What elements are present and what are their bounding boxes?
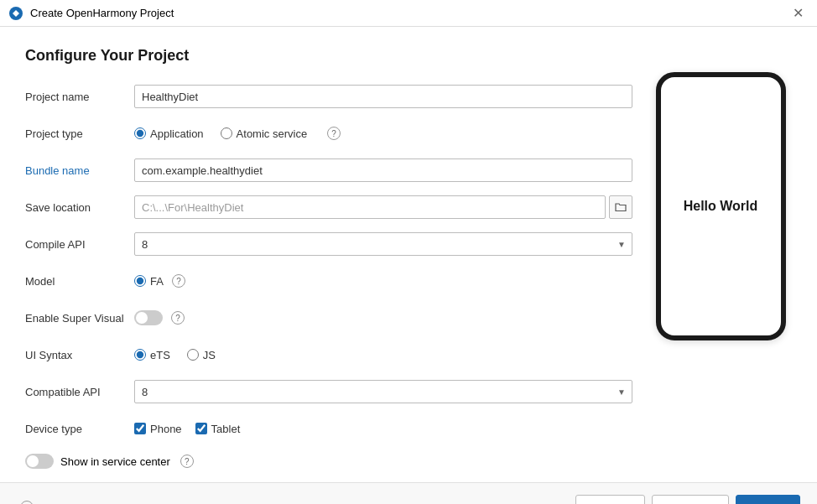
project-type-label: Project type — [25, 127, 134, 140]
dialog-body: Configure Your Project Project name Proj… — [0, 27, 817, 504]
dialog-content: Configure Your Project Project name Proj… — [0, 27, 817, 482]
ets-radio-label[interactable]: eTS — [150, 349, 170, 361]
model-help-icon[interactable]: ? — [172, 274, 185, 288]
application-radio-item[interactable]: Application — [134, 127, 204, 140]
dialog-footer: ? Cancel Previous Finish — [0, 482, 817, 504]
title-bar-left: Create OpenHarmony Project — [8, 6, 174, 21]
close-button[interactable]: ✕ — [788, 5, 809, 22]
model-items: FA ? — [134, 274, 632, 288]
save-location-row: Save location — [25, 195, 632, 219]
phone-screen-text: Hello World — [684, 199, 758, 214]
compatible-api-label: Compatible API — [25, 386, 134, 398]
device-type-row: Device type Phone Tablet — [25, 417, 632, 440]
compile-api-row: Compile API 8 9 7 ▼ — [25, 232, 632, 256]
folder-icon — [615, 202, 627, 212]
tablet-checkbox[interactable] — [195, 423, 207, 434]
ui-syntax-radio-group: eTS JS — [134, 349, 632, 361]
phone-checkbox-item[interactable]: Phone — [134, 423, 182, 435]
enable-super-visual-control: ? — [134, 310, 632, 325]
app-logo-icon — [8, 6, 23, 21]
super-visual-help-icon[interactable]: ? — [171, 311, 185, 325]
show-service-label: Show in service center — [60, 455, 170, 468]
show-service-toggle[interactable] — [25, 454, 54, 469]
project-name-row: Project name — [25, 85, 632, 108]
js-radio-item[interactable]: JS — [187, 349, 216, 361]
compatible-api-select[interactable]: 8 7 — [134, 380, 632, 403]
project-name-control — [134, 85, 632, 108]
model-row: Model FA ? — [25, 269, 632, 293]
model-fa-radio[interactable] — [134, 275, 146, 287]
js-radio[interactable] — [187, 349, 199, 361]
project-type-control: Application Atomic service ? — [134, 127, 632, 140]
compile-api-select[interactable]: 8 9 7 — [134, 232, 632, 256]
device-type-label: Device type — [25, 423, 134, 435]
project-type-help-icon[interactable]: ? — [327, 127, 341, 140]
finish-button[interactable]: Finish — [736, 495, 800, 504]
super-visual-toggle[interactable] — [134, 310, 163, 325]
compatible-api-control: 8 7 ▼ — [134, 380, 632, 403]
save-location-control — [134, 195, 632, 219]
bundle-name-row: Bundle name — [25, 158, 632, 182]
atomic-service-radio-item[interactable]: Atomic service — [221, 127, 308, 140]
form-section: Configure Your Project Project name Proj… — [25, 47, 632, 469]
phone-checkbox[interactable] — [134, 423, 146, 434]
ets-radio-item[interactable]: eTS — [134, 349, 170, 361]
model-fa-radio-item[interactable]: FA — [134, 275, 164, 288]
ets-radio[interactable] — [134, 349, 146, 361]
atomic-service-radio-label[interactable]: Atomic service — [237, 127, 308, 140]
phone-mockup: Hello World — [656, 72, 786, 340]
tablet-checkbox-label[interactable]: Tablet — [211, 423, 241, 435]
compatible-api-select-wrapper: 8 7 ▼ — [134, 380, 632, 403]
footer-right: Cancel Previous Finish — [575, 495, 800, 504]
show-service-help-icon[interactable]: ? — [180, 455, 194, 468]
enable-super-visual-label: Enable Super Visual — [25, 312, 134, 325]
tablet-checkbox-item[interactable]: Tablet — [195, 423, 241, 435]
project-type-radio-group: Application Atomic service ? — [134, 127, 632, 140]
ui-syntax-label: UI Syntax — [25, 349, 134, 361]
preview-section: Hello World — [649, 47, 792, 469]
save-location-label: Save location — [25, 201, 134, 214]
browse-folder-button[interactable] — [609, 195, 632, 219]
bundle-name-control — [134, 158, 632, 182]
save-location-input[interactable] — [134, 195, 606, 219]
js-radio-label[interactable]: JS — [203, 349, 216, 361]
device-type-checkbox-group: Phone Tablet — [134, 423, 632, 435]
page-title: Configure Your Project — [25, 47, 632, 65]
compile-api-label: Compile API — [25, 238, 134, 251]
title-bar: Create OpenHarmony Project ✕ — [0, 0, 817, 27]
application-radio[interactable] — [134, 127, 146, 139]
title-bar-title: Create OpenHarmony Project — [30, 7, 174, 19]
project-name-label: Project name — [25, 91, 134, 103]
model-label: Model — [25, 275, 134, 288]
super-visual-items: ? — [134, 310, 632, 325]
footer-help-icon[interactable]: ? — [20, 501, 34, 504]
phone-checkbox-label[interactable]: Phone — [150, 423, 182, 435]
model-control: FA ? — [134, 274, 632, 288]
footer-left: ? — [17, 501, 34, 504]
bundle-name-input[interactable] — [134, 158, 632, 182]
atomic-service-radio[interactable] — [221, 127, 232, 139]
ui-syntax-row: UI Syntax eTS JS — [25, 343, 632, 366]
compile-api-control: 8 9 7 ▼ — [134, 232, 632, 256]
bundle-name-label: Bundle name — [25, 164, 134, 177]
previous-button[interactable]: Previous — [652, 495, 730, 504]
device-type-control: Phone Tablet — [134, 423, 632, 435]
enable-super-visual-row: Enable Super Visual ? — [25, 306, 632, 330]
project-type-row: Project type Application Atomic service … — [25, 122, 632, 145]
save-location-wrapper — [134, 195, 632, 219]
project-name-input[interactable] — [134, 85, 632, 108]
cancel-button[interactable]: Cancel — [575, 495, 644, 504]
compile-api-select-wrapper: 8 9 7 ▼ — [134, 232, 632, 256]
application-radio-label[interactable]: Application — [150, 127, 204, 140]
compatible-api-row: Compatible API 8 7 ▼ — [25, 380, 632, 403]
show-service-row: Show in service center ? — [25, 454, 632, 469]
model-fa-label[interactable]: FA — [150, 275, 164, 288]
ui-syntax-control: eTS JS — [134, 349, 632, 361]
